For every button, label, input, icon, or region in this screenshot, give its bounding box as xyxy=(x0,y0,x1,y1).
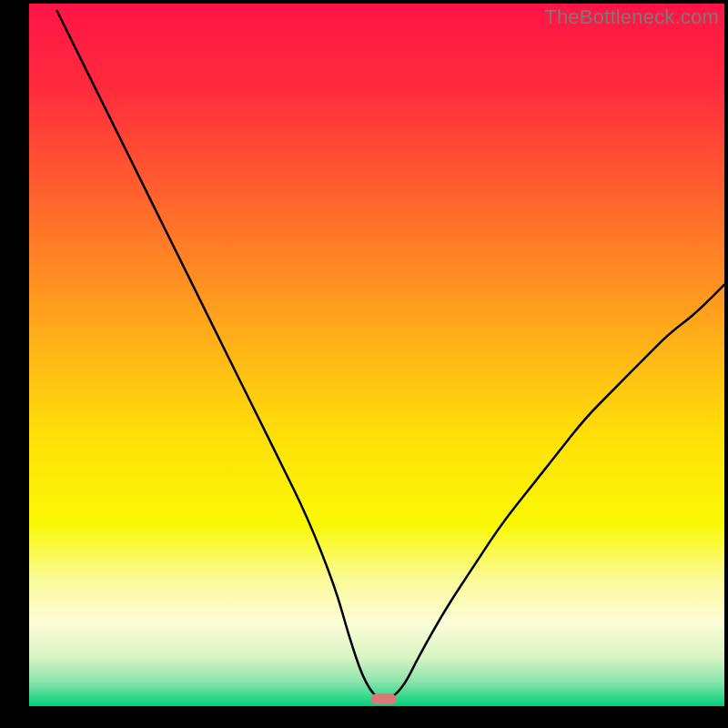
optimum-marker xyxy=(371,693,397,704)
chart-container: TheBottleneck.com xyxy=(0,0,728,728)
bottleneck-chart xyxy=(0,0,728,728)
plot-background xyxy=(29,4,724,706)
watermark-text: TheBottleneck.com xyxy=(544,5,719,29)
